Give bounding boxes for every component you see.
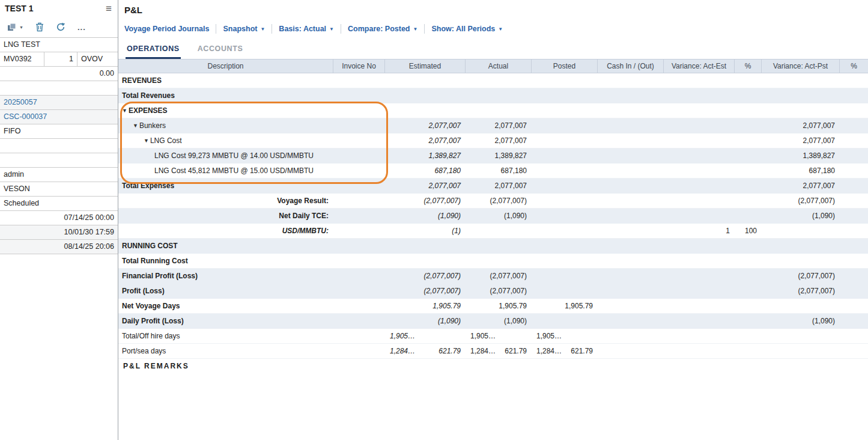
cell-posted-part: 1,905… xyxy=(536,329,562,343)
cell-pct_ae xyxy=(735,133,762,148)
cell-est xyxy=(385,103,466,118)
fixture-no-field[interactable]: 20250057 xyxy=(0,96,118,110)
cell-act-part: 1,284… xyxy=(470,344,496,358)
company-field[interactable]: VESON xyxy=(0,182,118,197)
pnl-row[interactable]: Total Expenses2,077,0072,077,0072,077,00… xyxy=(118,179,868,194)
tab-operations[interactable]: OPERATIONS xyxy=(126,40,181,59)
pnl-row[interactable]: ▼EXPENSES xyxy=(118,103,868,118)
chevron-down-icon: ▼ xyxy=(498,26,503,32)
pnl-row[interactable]: REVENUES xyxy=(118,73,868,88)
cell-invoice xyxy=(333,299,385,313)
empty-field-2[interactable] xyxy=(0,139,118,153)
pnl-remarks-input[interactable] xyxy=(118,374,868,440)
cell-posted xyxy=(532,148,598,163)
cell-pct_ap xyxy=(840,118,868,133)
cell-act: 1,389,827 xyxy=(466,148,532,163)
more-icon[interactable]: ... xyxy=(77,23,86,31)
voyage-id-field[interactable]: MV03921OVOV xyxy=(0,52,118,67)
empty-field-3[interactable] xyxy=(0,153,118,168)
last-updated-field[interactable]: 08/14/25 20:06 xyxy=(0,240,118,254)
pnl-row[interactable]: Net Daily TCE:(1,090)(1,090)(1,090) xyxy=(118,209,868,224)
collapse-caret-icon[interactable]: ▼ xyxy=(122,103,127,118)
cell-est-part: 1,905… xyxy=(390,329,415,343)
row-description-text: Total Revenues xyxy=(122,91,175,100)
cell-act: (1,090) xyxy=(466,314,532,328)
column-header-invoice-no: Invoice No xyxy=(333,60,385,73)
cell-invoice xyxy=(333,73,385,88)
cell-posted: 1,284…621.79 xyxy=(532,344,598,358)
tab-accounts[interactable]: ACCOUNTS xyxy=(196,40,244,59)
coa-no-field[interactable]: CSC-000037 xyxy=(0,110,118,124)
cell-invoice xyxy=(333,118,385,133)
pnl-row[interactable]: USD/MMBTU:(1)1100 xyxy=(118,224,868,239)
pnl-row[interactable]: LNG Cost 99,273 MMBTU @ 14.00 USD/MMBTU1… xyxy=(118,148,868,163)
cell-est: (1,090) xyxy=(385,314,466,328)
voyage-title: TEST 1 xyxy=(5,4,33,13)
pnl-row[interactable]: RUNNING COST xyxy=(118,239,868,254)
cell-cash xyxy=(598,194,664,208)
pnl-row[interactable]: Port/sea days1,284…621.791,284…621.791,2… xyxy=(118,344,868,359)
delete-icon[interactable] xyxy=(35,22,44,32)
sidebar-empty-space xyxy=(0,254,118,440)
row-description-text: Daily Profit (Loss) xyxy=(122,317,184,325)
commence-date-field[interactable]: 07/14/25 00:00 xyxy=(0,211,118,225)
column-header-actual: Actual xyxy=(466,60,532,73)
ellipsis-glyph: ... xyxy=(77,23,86,31)
row-description-text: REVENUES xyxy=(122,76,162,85)
sidebar-link-value[interactable]: CSC-000037 xyxy=(0,110,118,124)
row-description-text: Voyage Result: xyxy=(277,197,329,205)
app-window: { "sidebar": { "title": "TEST 1", "icons… xyxy=(0,0,868,440)
compare-dropdown[interactable]: Compare: Posted ▼ xyxy=(348,25,417,33)
row-description-text: LNG Cost 45,812 MMBTU @ 15.00 USD/MMBTU xyxy=(154,167,314,175)
cell-invoice xyxy=(333,344,385,358)
pricing-method-field[interactable]: FIFO xyxy=(0,124,118,139)
pnl-row[interactable]: Financial Profit (Loss)(2,077,007)(2,077… xyxy=(118,269,868,284)
cell-est: 2,077,007 xyxy=(385,133,466,148)
pnl-row[interactable]: LNG Cost 45,812 MMBTU @ 15.00 USD/MMBTU6… xyxy=(118,163,868,179)
cell-act xyxy=(466,239,532,253)
snapshot-copy-icon[interactable]: ▼ xyxy=(7,23,23,32)
column-header-estimated: Estimated xyxy=(385,60,466,73)
cell-var_ap xyxy=(762,73,840,88)
pnl-row[interactable]: Total/Off hire days1,905…1,905…1,905… xyxy=(118,329,868,344)
cell-var_ap xyxy=(762,329,840,343)
collapse-caret-icon[interactable]: ▼ xyxy=(144,133,149,148)
basis-dropdown[interactable]: Basis: Actual ▼ xyxy=(279,25,334,33)
cell-est: 1,284…621.79 xyxy=(385,344,466,358)
sidebar-link-value[interactable]: 20250057 xyxy=(0,96,118,109)
collapse-caret-icon[interactable]: ▼ xyxy=(133,118,138,133)
hamburger-menu-icon[interactable]: ≡ xyxy=(106,4,112,14)
pnl-row[interactable]: Total Running Cost xyxy=(118,254,868,269)
user-field[interactable]: admin xyxy=(0,168,118,182)
voyage-period-journals-button[interactable]: Voyage Period Journals xyxy=(124,25,209,33)
cell-est: (1,090) xyxy=(385,209,466,223)
vessel-name-field[interactable]: LNG TEST xyxy=(0,38,118,52)
cell-posted xyxy=(532,118,598,133)
pnl-row[interactable]: Voyage Result:(2,077,007)(2,077,007)(2,0… xyxy=(118,194,868,209)
pnl-row[interactable]: Total Revenues xyxy=(118,88,868,103)
show-periods-dropdown[interactable]: Show: All Periods ▼ xyxy=(431,25,503,33)
empty-field-1[interactable] xyxy=(0,81,118,96)
pnl-panel: P&L Voyage Period Journals Snapshot ▼ Ba… xyxy=(118,0,868,440)
cell-est xyxy=(385,88,466,103)
pnl-row[interactable]: Profit (Loss)(2,077,007)(2,077,007)(2,07… xyxy=(118,284,868,299)
cell-est: 1,905… xyxy=(385,329,466,343)
pnl-row[interactable]: ▼Bunkers2,077,0072,077,0072,077,007 xyxy=(118,118,868,133)
cell-pct_ap xyxy=(840,224,868,238)
voyage-sidebar: TEST 1 ≡ ▼ ... LNG xyxy=(0,0,118,440)
refresh-icon[interactable] xyxy=(56,22,65,32)
complete-date-field[interactable]: 10/01/30 17:59 xyxy=(0,225,118,240)
cell-cash xyxy=(598,329,664,343)
cell-posted-part: 621.79 xyxy=(571,344,593,358)
cell-var_ap: 687,180 xyxy=(762,163,840,178)
status-field[interactable]: Scheduled xyxy=(0,197,118,211)
cell-cash xyxy=(598,299,664,313)
cell-var_ae xyxy=(664,209,735,223)
row-description: Profit (Loss) xyxy=(118,284,333,298)
amount-field[interactable]: 0.00 xyxy=(0,67,118,81)
pnl-row[interactable]: Net Voyage Days1,905.791,905.791,905.79 xyxy=(118,299,868,314)
snapshot-dropdown[interactable]: Snapshot ▼ xyxy=(223,25,265,33)
row-description-text: Total Running Cost xyxy=(122,257,188,265)
pnl-row[interactable]: ▼LNG Cost2,077,0072,077,0072,077,007 xyxy=(118,133,868,148)
pnl-row[interactable]: Daily Profit (Loss)(1,090)(1,090)(1,090) xyxy=(118,314,868,329)
